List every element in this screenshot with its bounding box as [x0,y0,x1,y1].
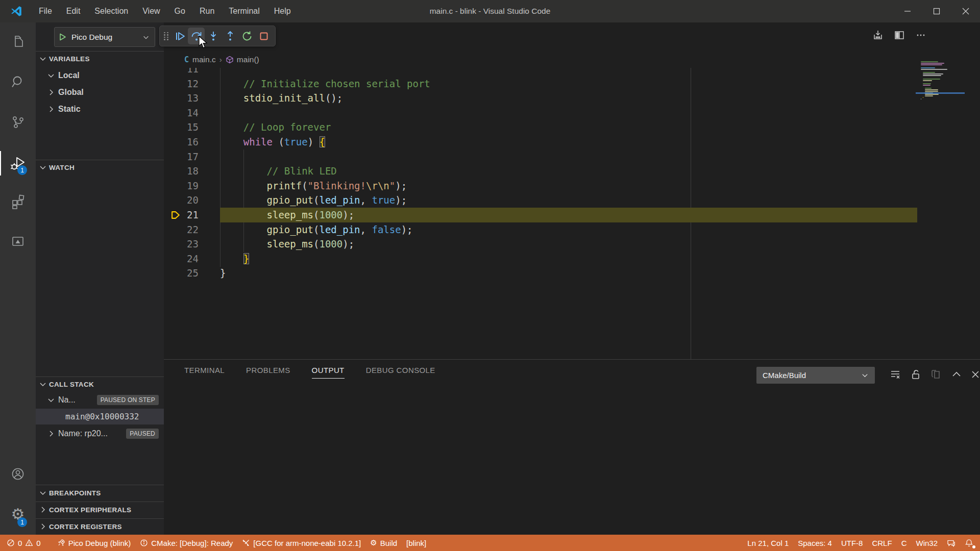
source-control-icon[interactable] [0,109,36,135]
code-line-15[interactable]: 15 // Loop forever [164,120,980,135]
account-icon[interactable] [0,461,36,487]
menu-edit[interactable]: Edit [59,0,88,22]
code-line-16[interactable]: 16 while (true) { [164,135,980,149]
pico-project-icon[interactable] [0,228,36,255]
line-number[interactable]: 23 [164,237,199,252]
restart-button[interactable] [238,28,255,44]
line-number[interactable]: 20 [164,193,199,208]
notifications-bell-icon[interactable] [960,535,978,551]
line-number[interactable]: 17 [164,149,199,164]
line-number[interactable]: 16 [164,135,199,149]
eol-status[interactable]: CRLF [867,535,896,551]
menu-selection[interactable]: Selection [87,0,135,22]
output-content[interactable] [164,381,980,535]
tab-debug-console[interactable]: DEBUG CONSOLE [366,360,435,381]
cortex-registers-section-header[interactable]: CORTEX REGISTERS [36,518,164,534]
flash-run-icon[interactable] [872,30,884,41]
code-line-12[interactable]: 12 // Initialize chosen serial port [164,77,980,91]
clear-output-icon[interactable] [889,368,902,381]
feedback-icon[interactable] [942,535,960,551]
menu-terminal[interactable]: Terminal [222,0,266,22]
tab-output[interactable]: OUTPUT [312,360,345,381]
extensions-icon[interactable] [0,188,36,215]
build-button-status[interactable]: ⚙ Build [365,535,402,551]
platform-status[interactable]: Win32 [911,535,942,551]
minimize-button[interactable] [893,0,922,22]
cmake-status[interactable]: CMake: [Debug]: Ready [135,535,237,551]
unlock-icon[interactable] [909,368,922,381]
call-stack-frame-row[interactable]: main@0x10000332 [36,409,164,424]
build-target-status[interactable]: [blink] [402,535,431,551]
line-number[interactable]: 13 [164,91,199,106]
explorer-icon[interactable] [0,29,36,55]
code-line-18[interactable]: 18 // Blink LED [164,164,980,179]
code-line-24[interactable]: 24 } [164,252,980,266]
line-number[interactable]: 14 [164,106,199,120]
continue-button[interactable] [171,28,188,44]
line-number[interactable]: 15 [164,120,199,135]
kit-status[interactable]: [GCC for arm-none-eabi 10.2.1] [237,535,365,551]
step-out-button[interactable] [222,28,238,44]
minimap[interactable] [919,60,960,121]
close-window-button[interactable] [951,0,980,22]
tab-problems[interactable]: PROBLEMS [246,360,290,381]
code-line-20[interactable]: 20 gpio_put(led_pin, true); [164,193,980,208]
language-mode-status[interactable]: C [897,535,912,551]
step-into-button[interactable] [205,28,222,44]
code-line-23[interactable]: 23 sleep_ms(1000); [164,237,980,252]
variables-section-header[interactable]: VARIABLES [36,51,164,66]
code-line-13[interactable]: 13 stdio_init_all(); [164,91,980,106]
menu-go[interactable]: Go [167,0,192,22]
indentation-status[interactable]: Spaces: 4 [793,535,837,551]
code-line-22[interactable]: 22 gpio_put(led_pin, false); [164,222,980,237]
stop-button[interactable] [255,28,272,44]
line-number[interactable]: 25 [164,266,199,281]
menu-run[interactable]: Run [192,0,222,22]
line-number[interactable]: 11 [164,68,199,77]
search-icon[interactable] [0,68,36,95]
breakpoints-section-header[interactable]: BREAKPOINTS [36,485,164,500]
close-panel-icon[interactable] [969,368,980,381]
code-line-25[interactable]: 25} [164,266,980,281]
maximize-panel-icon[interactable] [950,368,963,381]
code-line-21[interactable]: 21 sleep_ms(1000); [164,208,980,222]
start-debug-icon[interactable] [59,33,66,41]
maximize-button[interactable] [922,0,951,22]
line-number[interactable]: 19 [164,179,199,193]
code-line-17[interactable]: 17 [164,149,980,164]
tab-terminal[interactable]: TERMINAL [184,360,225,381]
step-over-button[interactable] [188,28,205,44]
problems-status[interactable]: 0 0 [2,535,45,551]
menu-help[interactable]: Help [267,0,298,22]
call-stack-thread2-row[interactable]: Name: rp20... PAUSED [36,425,164,441]
watch-section-header[interactable]: WATCH [36,160,164,174]
run-and-debug-icon[interactable]: 1 [0,150,36,177]
variables-static-row[interactable]: Static [36,101,164,117]
variables-local-row[interactable]: Local [36,67,164,83]
code-editor[interactable]: 1112 // Initialize chosen serial port13 … [164,68,980,359]
code-line-19[interactable]: 19 printf("Blinking!\r\n"); [164,179,980,193]
pico-debug-status[interactable]: Pico Debug (blink) [53,535,136,551]
line-number[interactable]: 18 [164,164,199,179]
cursor-position-status[interactable]: Ln 21, Col 1 [743,535,793,551]
line-number[interactable]: 22 [164,222,199,237]
settings-gear-icon[interactable]: ⚙ 1 [0,501,36,528]
debug-configuration-select[interactable]: Pico Debug [54,27,155,47]
code-line-11[interactable]: 11 [164,68,980,77]
encoding-status[interactable]: UTF-8 [837,535,868,551]
breadcrumb-symbol[interactable]: main() [237,55,259,64]
menu-view[interactable]: View [135,0,167,22]
call-stack-section-header[interactable]: CALL STACK [36,377,164,391]
breadcrumb-file[interactable]: main.c [192,55,216,64]
more-actions-icon[interactable] [915,30,926,41]
menu-file[interactable]: File [32,0,59,22]
split-editor-icon[interactable] [894,30,905,41]
cortex-peripherals-section-header[interactable]: CORTEX PERIPHERALS [36,502,164,517]
call-stack-thread-row[interactable]: Na... PAUSED ON STEP [36,392,164,408]
variables-global-row[interactable]: Global [36,84,164,100]
toolbar-drag-handle[interactable] [164,32,169,40]
line-number[interactable]: 21 [164,208,199,222]
line-number[interactable]: 12 [164,77,199,91]
open-output-in-editor-icon[interactable] [929,368,943,381]
line-number[interactable]: 24 [164,252,199,266]
